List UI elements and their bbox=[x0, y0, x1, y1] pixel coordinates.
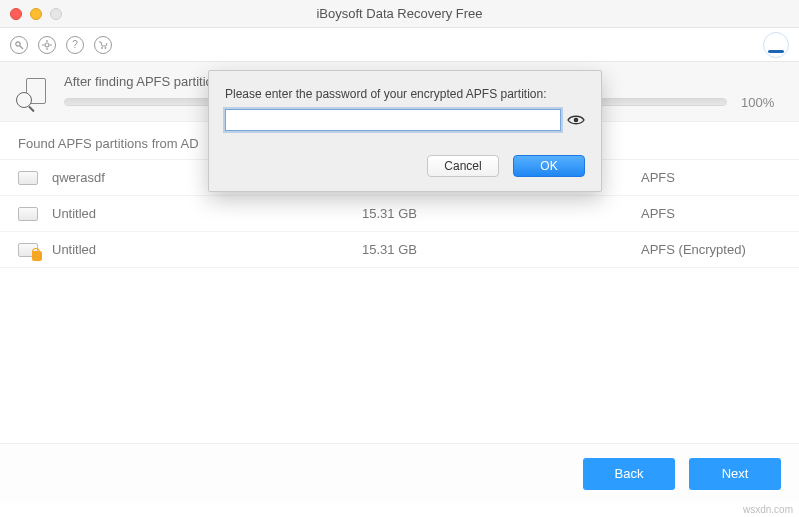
password-dialog: Please enter the password of your encryp… bbox=[208, 70, 602, 192]
reveal-password-icon[interactable] bbox=[567, 113, 585, 127]
partition-row[interactable]: Untitled15.31 GBAPFS (Encrypted) bbox=[0, 232, 799, 268]
cart-icon[interactable] bbox=[94, 36, 112, 54]
gear-icon[interactable] bbox=[38, 36, 56, 54]
svg-point-8 bbox=[574, 118, 579, 123]
drive-icon bbox=[18, 207, 38, 221]
footer: Back Next bbox=[0, 443, 799, 503]
partition-size: 15.31 GB bbox=[362, 206, 641, 221]
window-title: iBoysoft Data Recovery Free bbox=[0, 6, 799, 21]
svg-point-1 bbox=[45, 43, 49, 47]
watermark: wsxdn.com bbox=[743, 504, 793, 515]
svg-point-7 bbox=[105, 47, 107, 49]
partition-name: Untitled bbox=[52, 206, 362, 221]
partition-name: Untitled bbox=[52, 242, 362, 257]
scan-icon bbox=[18, 78, 46, 106]
help-icon[interactable]: ? bbox=[66, 36, 84, 54]
brand-logo bbox=[763, 32, 789, 58]
partition-row[interactable]: Untitled15.31 GBAPFS bbox=[0, 196, 799, 232]
scan-progress-percent: 100% bbox=[741, 95, 781, 110]
cancel-button[interactable]: Cancel bbox=[427, 155, 499, 177]
partition-size: 15.31 GB bbox=[362, 242, 641, 257]
toolbar: ? bbox=[0, 28, 799, 62]
drive-icon bbox=[18, 171, 38, 185]
next-button[interactable]: Next bbox=[689, 458, 781, 490]
key-icon[interactable] bbox=[10, 36, 28, 54]
locked-drive-icon bbox=[18, 243, 38, 257]
svg-point-6 bbox=[101, 47, 103, 49]
partition-type: APFS bbox=[641, 206, 781, 221]
back-button[interactable]: Back bbox=[583, 458, 675, 490]
dialog-prompt: Please enter the password of your encryp… bbox=[225, 87, 585, 101]
password-input[interactable] bbox=[225, 109, 561, 131]
ok-button[interactable]: OK bbox=[513, 155, 585, 177]
partition-type: APFS bbox=[641, 170, 781, 185]
titlebar: iBoysoft Data Recovery Free bbox=[0, 0, 799, 28]
partition-type: APFS (Encrypted) bbox=[641, 242, 781, 257]
